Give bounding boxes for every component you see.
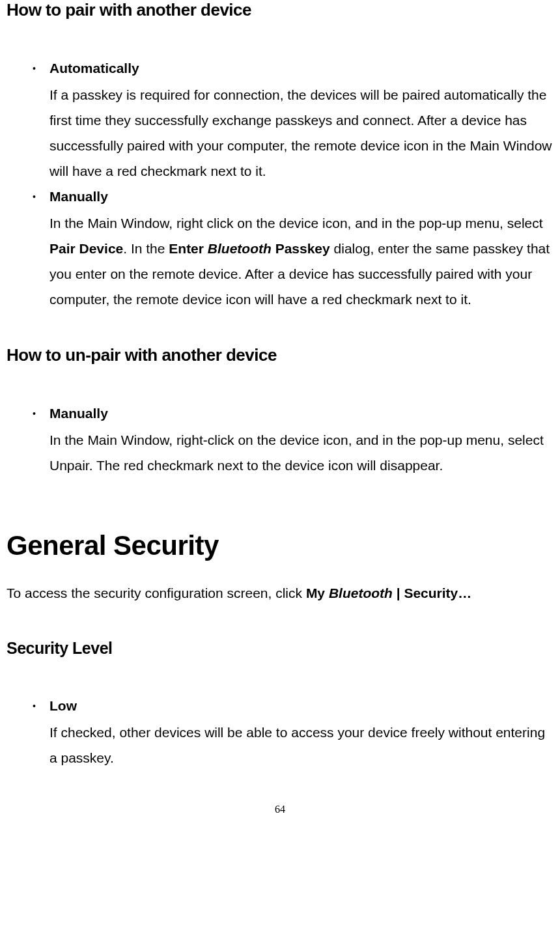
list-item: • Manually In the Main Window, right cli… <box>33 188 553 312</box>
item-body: In the Main Window, right click on the d… <box>49 211 553 312</box>
item-body: If a passkey is required for connection,… <box>49 83 553 184</box>
list-security-level: • Low If checked, other devices will be … <box>7 697 553 771</box>
list-item: • Low If checked, other devices will be … <box>33 697 553 771</box>
item-body: In the Main Window, right-click on the d… <box>49 428 553 479</box>
heading-pair: How to pair with another device <box>7 0 553 20</box>
intro-text: To access the security configuration scr… <box>7 581 553 606</box>
heading-general-security: General Security <box>7 530 553 561</box>
bullet-icon: • <box>33 59 49 77</box>
heading-security-level: Security Level <box>7 639 553 658</box>
page-number: 64 <box>7 804 553 815</box>
bullet-icon: • <box>33 188 49 206</box>
list-pair: • Automatically If a passkey is required… <box>7 59 553 313</box>
list-item: • Manually In the Main Window, right-cli… <box>33 404 553 479</box>
bullet-icon: • <box>33 404 49 423</box>
bullet-icon: • <box>33 697 49 715</box>
item-title: Manually <box>49 188 553 206</box>
list-item: • Automatically If a passkey is required… <box>33 59 553 184</box>
item-title: Low <box>49 697 553 715</box>
list-unpair: • Manually In the Main Window, right-cli… <box>7 404 553 479</box>
heading-unpair: How to un-pair with another device <box>7 345 553 365</box>
item-body: If checked, other devices will be able t… <box>49 720 553 771</box>
document-page: How to pair with another device • Automa… <box>7 0 553 815</box>
item-title: Manually <box>49 404 553 423</box>
item-title: Automatically <box>49 59 553 77</box>
